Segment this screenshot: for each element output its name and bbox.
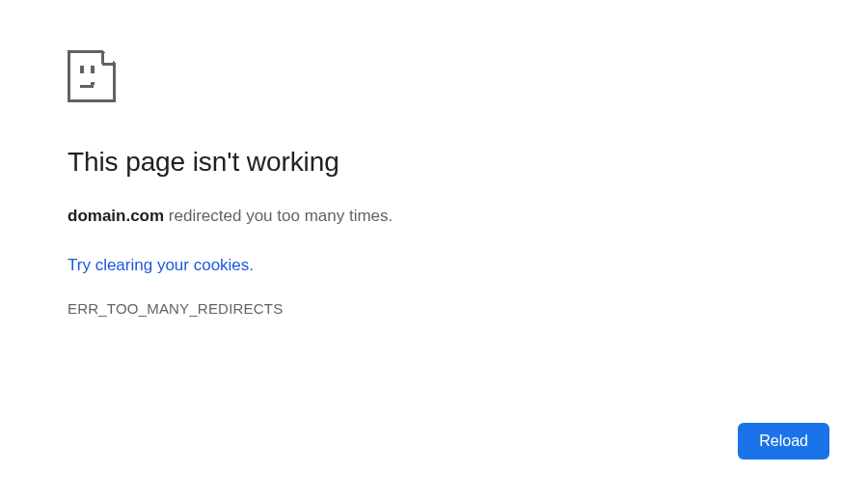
svg-rect-5 [91,66,95,73]
suggestion-period: . [249,256,254,274]
page-title: This page isn't working [68,145,393,179]
clear-cookies-link[interactable]: Try clearing your cookies [68,256,249,274]
error-message: domain.com redirected you too many times… [68,204,393,229]
suggestion-line: Try clearing your cookies. [68,256,393,275]
svg-marker-1 [102,50,116,64]
error-content: This page isn't working domain.com redir… [68,50,393,317]
svg-rect-6 [80,85,94,88]
error-message-suffix: redirected you too many times. [164,207,393,225]
svg-rect-7 [91,82,95,85]
svg-rect-0 [69,52,115,101]
svg-rect-4 [80,66,84,73]
error-domain: domain.com [68,207,164,225]
reload-button[interactable]: Reload [738,423,829,460]
sad-page-icon [68,50,116,102]
error-code: ERR_TOO_MANY_REDIRECTS [68,300,393,317]
